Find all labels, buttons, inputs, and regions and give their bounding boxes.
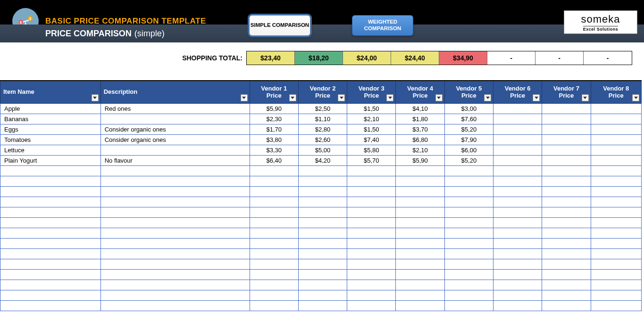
cell-vendor-2-price[interactable]: $2,50 <box>298 103 347 114</box>
cell-vendor-7-price[interactable] <box>542 155 591 165</box>
cell-vendor-4-price[interactable] <box>396 269 444 280</box>
cell-vendor-8-price[interactable] <box>591 124 641 134</box>
cell-item-name[interactable] <box>0 238 101 248</box>
cell-vendor-3-price[interactable] <box>347 228 396 238</box>
cell-vendor-5-price[interactable] <box>444 290 493 300</box>
cell-item-name[interactable] <box>0 228 101 238</box>
cell-description[interactable] <box>100 186 250 197</box>
cell-vendor-5-price[interactable] <box>444 228 493 238</box>
cell-vendor-4-price[interactable] <box>396 300 444 311</box>
cell-description[interactable] <box>100 280 250 290</box>
cell-vendor-2-price[interactable] <box>298 290 347 300</box>
cell-vendor-6-price[interactable] <box>493 259 542 269</box>
cell-vendor-2-price[interactable] <box>298 248 347 259</box>
cell-vendor-5-price[interactable] <box>444 217 493 228</box>
cell-vendor-1-price[interactable]: $1,70 <box>250 124 298 134</box>
cell-description[interactable] <box>100 197 250 207</box>
cell-vendor-7-price[interactable] <box>542 124 591 134</box>
cell-vendor-2-price[interactable] <box>298 238 347 248</box>
cell-item-name[interactable]: Eggs <box>0 124 101 134</box>
cell-vendor-8-price[interactable] <box>591 114 641 124</box>
cell-vendor-8-price[interactable] <box>591 103 641 114</box>
cell-description[interactable] <box>100 269 250 280</box>
cell-vendor-7-price[interactable] <box>542 238 591 248</box>
cell-item-name[interactable] <box>0 217 101 228</box>
cell-vendor-6-price[interactable] <box>493 248 542 259</box>
cell-vendor-4-price[interactable]: $2,10 <box>396 145 444 155</box>
cell-item-name[interactable] <box>0 186 101 197</box>
cell-vendor-5-price[interactable] <box>444 186 493 197</box>
cell-vendor-8-price[interactable] <box>591 290 641 300</box>
cell-vendor-6-price[interactable] <box>493 134 542 145</box>
cell-vendor-2-price[interactable] <box>298 269 347 280</box>
cell-vendor-8-price[interactable] <box>591 300 641 311</box>
cell-vendor-3-price[interactable] <box>347 290 396 300</box>
cell-vendor-7-price[interactable] <box>542 176 591 186</box>
cell-vendor-1-price[interactable] <box>250 207 298 217</box>
cell-vendor-8-price[interactable] <box>591 186 641 197</box>
cell-description[interactable]: Red ones <box>100 103 250 114</box>
cell-vendor-8-price[interactable] <box>591 207 641 217</box>
cell-vendor-8-price[interactable] <box>591 155 641 165</box>
cell-vendor-2-price[interactable] <box>298 259 347 269</box>
cell-vendor-1-price[interactable] <box>250 290 298 300</box>
cell-vendor-1-price[interactable] <box>250 165 298 176</box>
cell-vendor-3-price[interactable] <box>347 238 396 248</box>
cell-item-name[interactable] <box>0 300 101 311</box>
cell-vendor-4-price[interactable] <box>396 290 444 300</box>
cell-item-name[interactable] <box>0 165 101 176</box>
filter-dropdown-icon[interactable] <box>241 94 248 101</box>
cell-item-name[interactable]: Lettuce <box>0 145 101 155</box>
cell-item-name[interactable] <box>0 248 101 259</box>
cell-vendor-2-price[interactable]: $5,00 <box>298 145 347 155</box>
cell-vendor-2-price[interactable]: $1,10 <box>298 114 347 124</box>
cell-description[interactable] <box>100 114 250 124</box>
cell-vendor-2-price[interactable] <box>298 176 347 186</box>
cell-description[interactable] <box>100 248 250 259</box>
cell-vendor-4-price[interactable] <box>396 217 444 228</box>
cell-vendor-2-price[interactable] <box>298 300 347 311</box>
cell-vendor-7-price[interactable] <box>542 290 591 300</box>
cell-description[interactable] <box>100 217 250 228</box>
cell-vendor-6-price[interactable] <box>493 186 542 197</box>
cell-vendor-6-price[interactable] <box>493 238 542 248</box>
cell-vendor-4-price[interactable] <box>396 259 444 269</box>
cell-description[interactable] <box>100 228 250 238</box>
cell-vendor-6-price[interactable] <box>493 290 542 300</box>
cell-vendor-3-price[interactable]: $2,10 <box>347 114 396 124</box>
cell-description[interactable] <box>100 259 250 269</box>
cell-vendor-3-price[interactable] <box>347 176 396 186</box>
cell-vendor-8-price[interactable] <box>591 248 641 259</box>
cell-vendor-8-price[interactable] <box>591 269 641 280</box>
cell-vendor-7-price[interactable] <box>542 145 591 155</box>
cell-vendor-2-price[interactable] <box>298 280 347 290</box>
cell-vendor-3-price[interactable] <box>347 197 396 207</box>
cell-vendor-1-price[interactable] <box>250 248 298 259</box>
cell-vendor-3-price[interactable] <box>347 217 396 228</box>
cell-item-name[interactable] <box>0 280 101 290</box>
cell-vendor-3-price[interactable] <box>347 207 396 217</box>
cell-vendor-6-price[interactable] <box>493 114 542 124</box>
cell-vendor-5-price[interactable] <box>444 207 493 217</box>
cell-vendor-2-price[interactable]: $2,60 <box>298 134 347 145</box>
cell-vendor-2-price[interactable] <box>298 186 347 197</box>
cell-vendor-5-price[interactable]: $3,00 <box>444 103 493 114</box>
cell-vendor-6-price[interactable] <box>493 207 542 217</box>
cell-vendor-8-price[interactable] <box>591 145 641 155</box>
cell-vendor-5-price[interactable] <box>444 259 493 269</box>
cell-vendor-1-price[interactable] <box>250 269 298 280</box>
cell-item-name[interactable] <box>0 269 101 280</box>
filter-dropdown-icon[interactable] <box>338 94 345 101</box>
cell-description[interactable]: No flavour <box>100 155 250 165</box>
cell-vendor-3-price[interactable] <box>347 280 396 290</box>
cell-vendor-2-price[interactable] <box>298 217 347 228</box>
cell-description[interactable]: Consider organic ones <box>100 134 250 145</box>
cell-vendor-6-price[interactable] <box>493 300 542 311</box>
cell-vendor-8-price[interactable] <box>591 259 641 269</box>
cell-vendor-2-price[interactable] <box>298 228 347 238</box>
cell-item-name[interactable]: Bananas <box>0 114 101 124</box>
tab-weighted-comparison[interactable]: WEIGHTED COMPARISON <box>352 15 413 36</box>
cell-vendor-1-price[interactable] <box>250 176 298 186</box>
cell-vendor-2-price[interactable]: $2,80 <box>298 124 347 134</box>
cell-vendor-8-price[interactable] <box>591 228 641 238</box>
